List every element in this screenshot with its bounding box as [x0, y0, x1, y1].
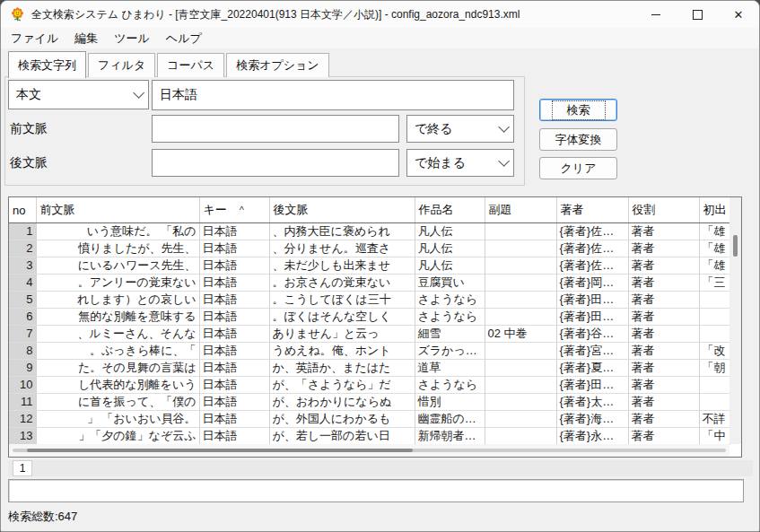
table-cell[interactable]: が、「さようなら」だ — [269, 377, 415, 394]
table-cell[interactable]: 著者 — [628, 292, 699, 309]
table-cell[interactable]: 「三 — [699, 275, 730, 292]
table-cell[interactable]: 、ルミーさん、そんな — [36, 326, 199, 343]
col-header-first-publication[interactable]: 初出 — [699, 197, 730, 223]
table-cell[interactable]: さようなら — [415, 377, 485, 394]
table-cell[interactable] — [485, 411, 556, 428]
table-cell[interactable]: いう意味だ。 「私の — [36, 223, 199, 240]
table-cell[interactable]: 「改 — [699, 343, 730, 360]
col-header-work-title[interactable]: 作品名 — [415, 197, 485, 223]
result-page-tab-1[interactable]: 1 — [13, 460, 32, 476]
table-cell[interactable]: うめえね。俺、ホント — [269, 343, 415, 360]
table-cell[interactable]: 著者 — [628, 343, 699, 360]
table-cell[interactable]: 著者 — [628, 326, 699, 343]
table-cell[interactable]: 。アンリーの覚束ない — [36, 275, 199, 292]
table-cell[interactable]: れします）との哀しい — [36, 292, 199, 309]
table-cell[interactable]: 著者 — [628, 428, 699, 445]
search-button[interactable]: 検索 — [539, 99, 617, 121]
row-number-cell[interactable]: 13 — [9, 428, 36, 445]
horizontal-scrollbar-thumb[interactable] — [27, 449, 413, 452]
col-header-role[interactable]: 役割 — [628, 197, 699, 223]
table-cell[interactable]: か、英語か、またはた — [269, 360, 415, 377]
table-cell[interactable] — [485, 223, 556, 240]
col-header-author[interactable]: 著者 — [556, 197, 628, 223]
table-cell[interactable] — [485, 377, 556, 394]
table-cell[interactable]: ズラかっ… — [415, 343, 485, 360]
table-cell[interactable]: {著者}太… — [556, 394, 628, 411]
menu-file[interactable]: ファイル — [3, 29, 66, 48]
col-header-next-context[interactable]: 後文脈 — [269, 197, 415, 223]
row-number-cell[interactable]: 7 — [9, 326, 36, 343]
vertical-scrollbar-thumb[interactable] — [733, 235, 738, 257]
table-cell[interactable]: 日本語 — [199, 257, 269, 275]
table-cell[interactable]: {著者}佐… — [556, 240, 628, 257]
table-cell[interactable] — [485, 428, 556, 445]
table-cell[interactable]: 著者 — [628, 257, 699, 275]
table-cell[interactable]: し代表的な別離をいう — [36, 377, 199, 394]
close-button[interactable]: ✕ — [718, 1, 759, 28]
tab-filter[interactable]: フィルタ — [88, 53, 155, 77]
table-cell[interactable]: 道草 — [415, 360, 485, 377]
row-number-cell[interactable]: 12 — [9, 411, 36, 428]
row-number-cell[interactable]: 8 — [9, 343, 36, 360]
table-cell[interactable] — [485, 394, 556, 411]
table-cell[interactable]: 著者 — [628, 394, 699, 411]
table-row[interactable]: 6無的な別離を意味する日本語。ぼくはそんな空しくさようなら{著者}田…著者 — [9, 309, 730, 326]
table-row[interactable]: 2憤りましたが、先生、日本語、分りません。巡査さ凡人伝{著者}佐…著者「雄 — [9, 240, 730, 257]
table-row[interactable]: 3にいるハワース先生、日本語、未だ少しも出来ませ凡人伝{著者}佐…著者「雄 — [9, 257, 730, 275]
horizontal-scrollbar[interactable] — [9, 444, 729, 457]
table-row[interactable]: 7、ルミーさん、そんな日本語ありません」と云っ細雪02 中巻{著者}谷…著者 — [9, 326, 730, 343]
row-number-cell[interactable]: 3 — [9, 257, 36, 275]
table-cell[interactable]: 細雪 — [415, 326, 485, 343]
menu-tools[interactable]: ツール — [106, 29, 158, 48]
row-number-cell[interactable]: 5 — [9, 292, 36, 309]
search-target-select[interactable]: 本文 — [8, 80, 149, 109]
table-cell[interactable]: {著者}谷… — [556, 326, 628, 343]
table-cell[interactable]: 日本語 — [199, 309, 269, 326]
minimize-button[interactable] — [635, 1, 677, 28]
table-cell[interactable]: 惜別 — [415, 394, 485, 411]
table-row[interactable]: 12」 「おいおい貝谷。日本語が、外国人にわかるも幽霊船の…{著者}海…著者不詳 — [9, 411, 730, 428]
table-cell[interactable]: {著者}佐… — [556, 257, 628, 275]
table-row[interactable]: 11に首を振って、「僕の日本語が、おわかりにならぬ惜別{著者}太…著者 — [9, 394, 730, 411]
prev-context-mode-select[interactable]: で終る — [406, 115, 514, 143]
table-cell[interactable] — [485, 257, 556, 275]
tab-search-string[interactable]: 検索文字列 — [8, 51, 86, 78]
table-row[interactable]: 9た。その見舞の言葉は日本語か、英語か、またはた道草{著者}夏…著者「朝 — [9, 360, 730, 377]
col-header-key[interactable]: キー^ — [199, 197, 269, 223]
table-cell[interactable]: 日本語 — [199, 223, 269, 240]
row-number-cell[interactable]: 2 — [9, 240, 36, 257]
table-cell[interactable]: {著者}田… — [556, 309, 628, 326]
table-row[interactable]: 13」「夕の鐘」なぞ云ふ日本語が、若し一部の若い日新帰朝者…{著者}永…著者「中 — [9, 428, 730, 445]
table-cell[interactable]: にいるハワース先生、 — [36, 257, 199, 275]
table-cell[interactable]: 凡人伝 — [415, 257, 485, 275]
table-cell[interactable]: 著者 — [628, 223, 699, 240]
table-cell[interactable]: 日本語 — [199, 394, 269, 411]
table-cell[interactable]: 幽霊船の… — [415, 411, 485, 428]
table-cell[interactable]: 「朝 — [699, 360, 730, 377]
table-cell[interactable] — [485, 343, 556, 360]
table-cell[interactable]: {著者}宮… — [556, 343, 628, 360]
table-cell[interactable]: 著者 — [628, 411, 699, 428]
row-number-cell[interactable]: 11 — [9, 394, 36, 411]
table-cell[interactable]: 日本語 — [199, 428, 269, 445]
table-cell[interactable]: 豆腐買い — [415, 275, 485, 292]
table-cell[interactable]: 凡人伝 — [415, 240, 485, 257]
table-cell[interactable]: 日本語 — [199, 377, 269, 394]
tab-search-options[interactable]: 検索オプション — [226, 53, 329, 77]
table-cell[interactable]: {著者}夏… — [556, 360, 628, 377]
col-header-no[interactable]: no — [9, 197, 36, 223]
table-cell[interactable]: 」「夕の鐘」なぞ云ふ — [36, 428, 199, 445]
table-cell[interactable]: 。お京さんの覚束ない — [269, 275, 415, 292]
table-cell[interactable] — [699, 326, 730, 343]
query-input[interactable]: 日本語 — [152, 80, 514, 110]
glyph-convert-button[interactable]: 字体変換 — [539, 128, 617, 151]
table-cell[interactable]: 著者 — [628, 275, 699, 292]
table-cell[interactable]: 。ぶっきら棒に、「 — [36, 343, 199, 360]
table-cell[interactable]: {著者}海… — [556, 411, 628, 428]
table-cell[interactable]: 新帰朝者… — [415, 428, 485, 445]
table-cell[interactable]: 「雄 — [699, 223, 730, 240]
row-number-cell[interactable]: 6 — [9, 309, 36, 326]
prev-context-input[interactable] — [152, 115, 399, 143]
maximize-button[interactable] — [677, 1, 718, 28]
table-cell[interactable]: {著者}佐… — [556, 223, 628, 240]
